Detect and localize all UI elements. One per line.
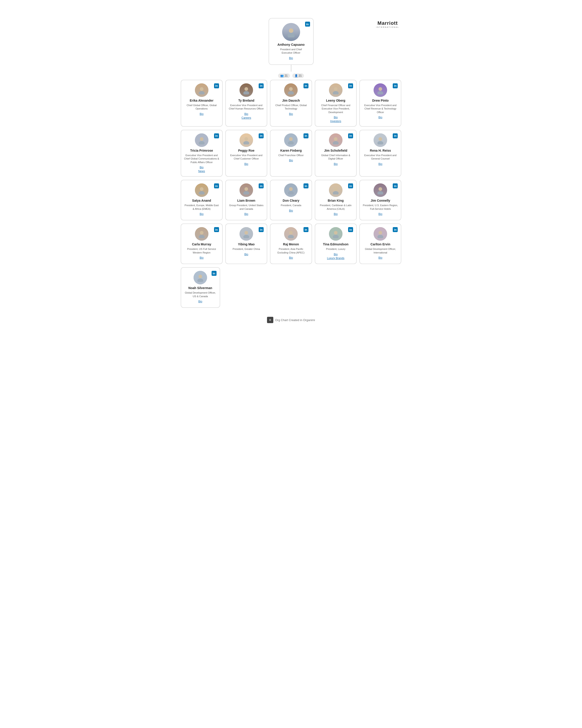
person-card: in Liam Brown Group President, United St… [225, 180, 267, 220]
person-name: Liam Brown [229, 199, 264, 202]
bio-link[interactable]: Bio [184, 166, 219, 169]
luxury-link[interactable]: Luxury Brands [318, 257, 353, 260]
svg-point-20 [378, 137, 382, 141]
person-card: in Erika Alexander Chief Global Officer,… [181, 80, 222, 127]
ceo-name: Anthony Capuano [276, 43, 307, 46]
bio-link[interactable]: Bio [229, 253, 264, 256]
bio-link[interactable]: Bio [184, 212, 219, 216]
cards-row-2: in Satya Anand President, Europe, Middle… [181, 180, 401, 220]
avatar-img [284, 227, 298, 241]
person-title: President, US Full Service Western Regio… [184, 248, 219, 254]
person-avatar [374, 183, 387, 197]
linkedin-icon[interactable]: in [214, 133, 219, 138]
person-avatar [329, 227, 343, 241]
person-title: Chief Financial Officer and Executive Vi… [318, 104, 353, 114]
linkedin-icon[interactable]: in [348, 133, 353, 138]
news-link[interactable]: News [184, 170, 219, 173]
avatar-img [195, 183, 208, 197]
person-name: Rena H. Reiss [363, 149, 398, 152]
linkedin-icon[interactable]: in [348, 227, 353, 232]
bio-link[interactable]: Bio [318, 162, 353, 165]
svg-point-13 [199, 141, 205, 145]
person-card: in Brian King President, Caribbean & Lat… [315, 180, 357, 220]
person-card: in Noah Silverman Global Development Off… [181, 267, 220, 308]
person-title: President, Luxury [318, 248, 353, 251]
bio-link[interactable]: Bio [318, 116, 353, 119]
linkedin-icon[interactable]: in [348, 83, 353, 88]
marriott-logo: Marriott INTERNATIONAL [376, 20, 399, 28]
linkedin-icon[interactable]: in [393, 183, 398, 188]
linkedin-icon[interactable]: in [303, 133, 309, 138]
avatar-img [284, 133, 298, 147]
person-card: in Leeny Oberg Chief Financial Officer a… [315, 80, 357, 127]
svg-point-8 [334, 87, 338, 91]
person-card: in Carlton Ervin Global Development Offi… [360, 224, 401, 264]
person-avatar [329, 133, 343, 147]
ceo-bio-link[interactable]: Bio [276, 56, 307, 60]
svg-point-2 [200, 87, 204, 91]
person-name: Leeny Oberg [318, 99, 353, 102]
person-card: in Jim Dausch Chief Product Officer, Glo… [270, 80, 312, 127]
bio-link[interactable]: Bio [184, 256, 219, 259]
careers-link[interactable]: Careers [229, 116, 264, 120]
bio-link[interactable]: Bio [273, 112, 309, 115]
svg-point-23 [199, 191, 205, 194]
avatar-img [374, 83, 387, 97]
person-card: in Peggy Roe Executive Vice President an… [225, 130, 267, 177]
bio-link[interactable]: Bio [273, 209, 309, 212]
linkedin-icon[interactable]: in [303, 227, 309, 232]
cards-row-0: in Erika Alexander Chief Global Officer,… [181, 80, 401, 127]
bio-link[interactable]: Bio [363, 212, 398, 216]
bio-link[interactable]: Bio [318, 212, 353, 216]
logo-sub: INTERNATIONAL [376, 26, 399, 28]
linkedin-icon[interactable]: in [393, 83, 398, 88]
person-name: Jim Connelly [363, 199, 398, 202]
linkedin-icon[interactable]: in [393, 227, 398, 232]
linkedin-icon[interactable]: in [214, 183, 219, 188]
person-title: Executive Vice President and Chief Custo… [229, 154, 264, 161]
person-name: Peggy Roe [229, 149, 264, 152]
bio-link[interactable]: Bio [184, 112, 219, 115]
linkedin-icon[interactable]: in [393, 133, 398, 138]
svg-point-38 [334, 231, 338, 235]
bio-link[interactable]: Bio [363, 256, 398, 259]
person-card: in Don Cleary President, Canada Bio [270, 180, 312, 220]
bio-link[interactable]: Bio [363, 162, 398, 165]
linkedin-icon[interactable]: in [214, 227, 219, 232]
linkedin-icon[interactable]: in [259, 183, 264, 188]
person-title: President, Canada [273, 204, 309, 207]
avatar-img [284, 83, 298, 97]
ceo-linkedin-icon[interactable]: in [305, 22, 310, 27]
bio-link[interactable]: Bio [363, 116, 398, 119]
ceo-avatar [282, 23, 300, 41]
bio-link[interactable]: Bio [273, 256, 309, 259]
bio-link[interactable]: Bio [229, 162, 264, 165]
linkedin-icon[interactable]: in [259, 83, 264, 88]
linkedin-icon[interactable]: in [259, 227, 264, 232]
linkedin-icon[interactable]: in [348, 183, 353, 188]
svg-point-16 [289, 137, 293, 141]
bio-link[interactable]: Bio [184, 300, 217, 303]
people-icon: 👥 [280, 74, 284, 77]
linkedin-icon[interactable]: in [214, 83, 219, 88]
linkedin-icon[interactable]: in [303, 183, 309, 188]
bio-link[interactable]: Bio [273, 159, 309, 162]
footer-text: Org Chart Created in Organimi [275, 318, 315, 322]
bio-link[interactable]: Bio [229, 112, 264, 115]
person-avatar [239, 133, 253, 147]
linkedin-icon[interactable]: in [212, 271, 216, 276]
bio-link[interactable]: Bio [229, 212, 264, 216]
person-name: Yibing Mao [229, 242, 264, 246]
linkedin-icon[interactable]: in [259, 133, 264, 138]
linkedin-icon[interactable]: in [303, 83, 309, 88]
svg-point-18 [334, 137, 338, 141]
avatar-img [195, 133, 208, 147]
investors-link[interactable]: Investors [318, 120, 353, 123]
bio-link[interactable]: Bio [318, 253, 353, 256]
svg-point-43 [197, 279, 203, 282]
person-avatar [329, 83, 343, 97]
person-avatar [195, 183, 208, 197]
avatar-img [284, 183, 298, 197]
connector-line [291, 65, 291, 72]
avatar-img [195, 83, 208, 97]
